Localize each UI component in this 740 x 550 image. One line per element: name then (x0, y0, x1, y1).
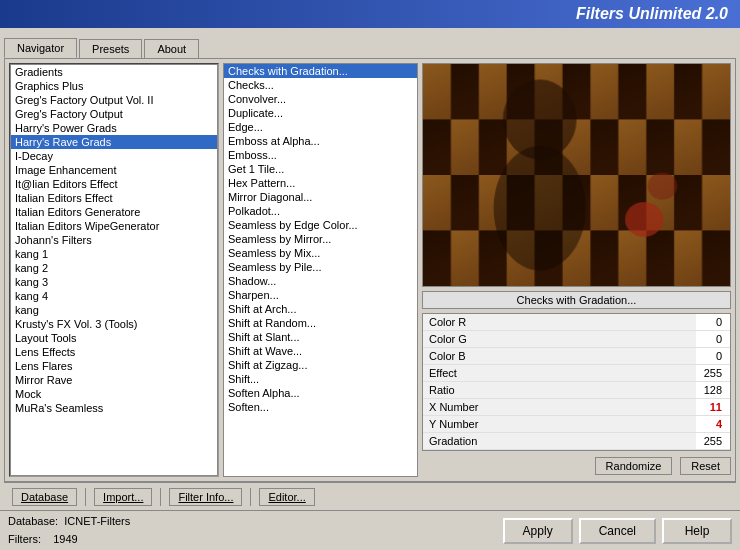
category-item[interactable]: Italian Editors Effect (11, 191, 217, 205)
category-item[interactable]: I-Decay (11, 149, 217, 163)
filter-item[interactable]: Shift... (224, 372, 417, 386)
filter-item[interactable]: Duplicate... (224, 106, 417, 120)
param-value-gradation[interactable]: 255 (696, 433, 730, 450)
filter-item[interactable]: Shift at Wave... (224, 344, 417, 358)
param-label-color-r: Color R (423, 314, 696, 331)
filter-item[interactable]: Sharpen... (224, 288, 417, 302)
status-info: Database: ICNET-Filters Filters: 1949 (8, 513, 130, 548)
filter-item[interactable]: Convolver... (224, 92, 417, 106)
param-value-effect[interactable]: 255 (696, 365, 730, 382)
category-item[interactable]: Italian Editors Generatore (11, 205, 217, 219)
param-value-color-b[interactable]: 0 (696, 348, 730, 365)
cancel-button[interactable]: Cancel (579, 518, 656, 544)
help-button[interactable]: Help (662, 518, 732, 544)
param-label-gradation: Gradation (423, 433, 696, 450)
filter-item[interactable]: Edge... (224, 120, 417, 134)
filter-item[interactable]: Mirror Diagonal... (224, 190, 417, 204)
filter-name-bar: Checks with Gradation... (422, 291, 731, 309)
category-item[interactable]: Johann's Filters (11, 233, 217, 247)
reset-button[interactable]: Reset (680, 457, 731, 475)
param-value-ratio[interactable]: 128 (696, 382, 730, 399)
main-container: Navigator Presets About GradientsGraphic… (0, 28, 740, 550)
category-item[interactable]: Italian Editors WipeGenerator (11, 219, 217, 233)
editor-button[interactable]: Editor... (259, 488, 314, 506)
category-item[interactable]: Harry's Power Grads (11, 121, 217, 135)
category-item[interactable]: kang 4 (11, 289, 217, 303)
filter-item[interactable]: Seamless by Edge Color... (224, 218, 417, 232)
right-panel: Checks with Gradation... Color R0Color G… (422, 63, 731, 477)
category-item[interactable]: Harry's Rave Grads (11, 135, 217, 149)
database-button[interactable]: Database (12, 488, 77, 506)
filter-item[interactable]: Emboss at Alpha... (224, 134, 417, 148)
separator-3 (250, 488, 251, 506)
category-item[interactable]: Lens Flares (11, 359, 217, 373)
category-item[interactable]: Lens Effects (11, 345, 217, 359)
filters-status: Filters: 1949 (8, 531, 130, 549)
tabs-row: Navigator Presets About (0, 28, 740, 58)
filter-item[interactable]: Seamless by Pile... (224, 260, 417, 274)
category-item[interactable]: MuRa's Seamless (11, 401, 217, 415)
tab-presets[interactable]: Presets (79, 39, 142, 58)
param-value-x-number[interactable]: 11 (696, 399, 730, 416)
filter-item[interactable]: Shift at Random... (224, 316, 417, 330)
category-item[interactable]: Krusty's FX Vol. 3 (Tools) (11, 317, 217, 331)
filter-item[interactable]: Soften Alpha... (224, 386, 417, 400)
param-label-color-g: Color G (423, 331, 696, 348)
category-list[interactable]: GradientsGraphics PlusGreg's Factory Out… (10, 64, 218, 476)
filter-info-button[interactable]: Filter Info... (169, 488, 242, 506)
apply-button[interactable]: Apply (503, 518, 573, 544)
filter-item[interactable]: Shift at Arch... (224, 302, 417, 316)
category-item[interactable]: kang (11, 303, 217, 317)
category-item[interactable]: It@lian Editors Effect (11, 177, 217, 191)
tab-navigator[interactable]: Navigator (4, 38, 77, 58)
category-panel: GradientsGraphics PlusGreg's Factory Out… (9, 63, 219, 477)
rand-reset-row: Randomize Reset (422, 455, 731, 477)
category-item[interactable]: Mirror Rave (11, 373, 217, 387)
filter-item[interactable]: Checks... (224, 78, 417, 92)
param-label-ratio: Ratio (423, 382, 696, 399)
category-item[interactable]: Image Enhancement (11, 163, 217, 177)
selected-filter-name: Checks with Gradation... (517, 294, 637, 306)
content-area: GradientsGraphics PlusGreg's Factory Out… (4, 58, 736, 482)
category-item[interactable]: Gradients (11, 65, 217, 79)
category-item[interactable]: Greg's Factory Output (11, 107, 217, 121)
title-bar: Filters Unlimited 2.0 (0, 0, 740, 28)
category-item[interactable]: Mock (11, 387, 217, 401)
title-text: Filters Unlimited 2.0 (576, 5, 728, 23)
category-item[interactable]: Layout Tools (11, 331, 217, 345)
param-value-color-g[interactable]: 0 (696, 331, 730, 348)
param-value-y-number[interactable]: 4 (696, 416, 730, 433)
filter-item[interactable]: Shadow... (224, 274, 417, 288)
param-label-color-b: Color B (423, 348, 696, 365)
filter-item[interactable]: Shift at Slant... (224, 330, 417, 344)
param-label-effect: Effect (423, 365, 696, 382)
filter-item[interactable]: Soften... (224, 400, 417, 414)
tab-about[interactable]: About (144, 39, 199, 58)
filter-panel: Checks with Gradation...Checks...Convolv… (223, 63, 418, 477)
filter-item[interactable]: Seamless by Mix... (224, 246, 417, 260)
separator-2 (160, 488, 161, 506)
param-label-x-number: X Number (423, 399, 696, 416)
param-label-y-number: Y Number (423, 416, 696, 433)
database-status: Database: ICNET-Filters (8, 513, 130, 531)
category-item[interactable]: kang 3 (11, 275, 217, 289)
filter-list[interactable]: Checks with Gradation...Checks...Convolv… (223, 63, 418, 477)
filter-item[interactable]: Shift at Zigzag... (224, 358, 417, 372)
category-item[interactable]: Graphics Plus (11, 79, 217, 93)
filter-item[interactable]: Get 1 Tile... (224, 162, 417, 176)
separator-1 (85, 488, 86, 506)
param-value-color-r[interactable]: 0 (696, 314, 730, 331)
filter-item[interactable]: Hex Pattern... (224, 176, 417, 190)
filter-item[interactable]: Seamless by Mirror... (224, 232, 417, 246)
category-item[interactable]: kang 1 (11, 247, 217, 261)
filter-item[interactable]: Checks with Gradation... (224, 64, 417, 78)
import-button[interactable]: Import... (94, 488, 152, 506)
status-bar: Database: ICNET-Filters Filters: 1949 Ap… (0, 510, 740, 550)
filter-item[interactable]: Polkadot... (224, 204, 417, 218)
params-grid: Color R0Color G0Color B0Effect255Ratio12… (422, 313, 731, 451)
filter-item[interactable]: Emboss... (224, 148, 417, 162)
category-item[interactable]: Greg's Factory Output Vol. II (11, 93, 217, 107)
category-item[interactable]: kang 2 (11, 261, 217, 275)
bottom-toolbar: Database Import... Filter Info... Editor… (4, 482, 736, 510)
randomize-button[interactable]: Randomize (595, 457, 673, 475)
